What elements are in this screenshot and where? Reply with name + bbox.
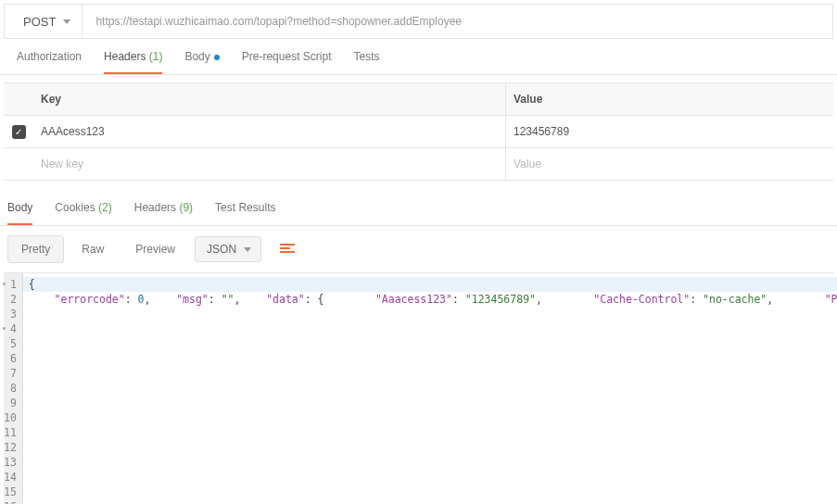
- resp-tab-headers[interactable]: Headers (9): [134, 201, 193, 225]
- resp-tab-headers-label: Headers: [134, 201, 176, 214]
- resp-tab-cookies-label: Cookies: [55, 201, 95, 214]
- line-number: 6: [4, 351, 17, 366]
- body-changed-dot-icon: [214, 55, 220, 60]
- json-value: "": [222, 293, 235, 306]
- kv-value-header: Value: [506, 83, 833, 115]
- line-number: 13: [4, 455, 17, 470]
- kv-row: ✓ AAAcess123 123456789: [4, 116, 833, 148]
- line-number: 16: [4, 499, 17, 504]
- tab-body[interactable]: Body: [184, 50, 219, 74]
- wrap-lines-icon: [280, 244, 295, 255]
- tab-tests-label: Tests: [353, 50, 379, 63]
- kv-row-checkbox-cell: ✓: [4, 116, 33, 147]
- request-tabs: Authorization Headers (1) Body Pre-reque…: [0, 39, 837, 75]
- json-value: 0: [138, 293, 145, 306]
- json-key: "errorcode": [55, 293, 125, 306]
- kv-newkey-input[interactable]: New key: [33, 148, 506, 180]
- format-raw-button[interactable]: Raw: [68, 235, 118, 263]
- response-tabs: Body Cookies (2) Headers (9) Test Result…: [0, 188, 837, 226]
- line-number: 14: [4, 470, 17, 485]
- json-key: "data": [266, 293, 305, 306]
- tab-tests[interactable]: Tests: [353, 50, 379, 74]
- tab-headers-count: (1): [149, 50, 163, 63]
- kv-row-checkbox[interactable]: ✓: [12, 125, 26, 139]
- format-bar: Pretty Raw Preview JSON: [0, 226, 837, 272]
- kv-key-header: Key: [33, 83, 506, 115]
- format-preview-button[interactable]: Preview: [121, 235, 189, 263]
- kv-newvalue-input[interactable]: Value: [506, 148, 833, 180]
- url-text: https://testapi.wuzhicaimao.com/topapi?m…: [95, 15, 462, 28]
- request-bar: POST https://testapi.wuzhicaimao.com/top…: [4, 4, 833, 39]
- kv-key-input[interactable]: AAAcess123: [33, 116, 506, 147]
- resp-tab-body-label: Body: [7, 201, 32, 214]
- resp-tab-body[interactable]: Body: [7, 201, 32, 225]
- method-select[interactable]: POST: [5, 5, 82, 38]
- kv-row-new: New key Value: [4, 148, 833, 181]
- format-type-select[interactable]: JSON: [195, 236, 261, 262]
- line-number: 1: [4, 277, 17, 292]
- method-label: POST: [23, 15, 56, 29]
- tab-prerequest[interactable]: Pre-request Script: [242, 50, 332, 74]
- line-number: 3: [4, 307, 17, 321]
- resp-tab-cookies[interactable]: Cookies (2): [55, 201, 111, 225]
- json-value: "no-cache": [703, 293, 767, 306]
- format-pretty-button[interactable]: Pretty: [7, 235, 64, 263]
- resp-tab-testresults[interactable]: Test Results: [215, 201, 275, 225]
- line-number: 5: [4, 336, 17, 351]
- json-key: "Postman-Token": [825, 293, 837, 306]
- tab-authorization-label: Authorization: [17, 50, 82, 63]
- tab-body-label: Body: [184, 50, 209, 63]
- json-key: "Aaacess123": [375, 293, 452, 306]
- wrap-lines-button[interactable]: [271, 237, 304, 261]
- tab-headers-label: Headers: [104, 50, 146, 63]
- kv-header-row: Key Value: [4, 82, 833, 116]
- line-number: 12: [4, 440, 17, 455]
- resp-tab-cookies-count: (2): [98, 201, 112, 214]
- code-body: { "errorcode": 0, "msg": "", "data": { "…: [23, 273, 837, 504]
- line-number: 4: [4, 321, 17, 336]
- line-number: 15: [4, 485, 17, 499]
- tab-prerequest-label: Pre-request Script: [242, 50, 332, 63]
- resp-tab-headers-count: (9): [179, 201, 193, 214]
- line-number: 10: [4, 410, 17, 425]
- line-number: 9: [4, 396, 17, 410]
- response-body-editor[interactable]: 1 2 3 4 5 6 7 8 9 10 11 12 13 14 15 16 1…: [4, 272, 833, 504]
- tab-authorization[interactable]: Authorization: [17, 50, 82, 74]
- resp-tab-testresults-label: Test Results: [215, 201, 275, 214]
- line-number: 7: [4, 366, 17, 381]
- format-type-label: JSON: [207, 243, 236, 256]
- kv-new-spacer: [4, 148, 33, 180]
- line-gutter: 1 2 3 4 5 6 7 8 9 10 11 12 13 14 15 16 1…: [4, 273, 23, 504]
- json-key: "Cache-Control": [593, 293, 690, 306]
- json-value: "123456789": [465, 293, 536, 306]
- line-number: 8: [4, 381, 17, 396]
- line-number: 11: [4, 425, 17, 440]
- kv-value-input[interactable]: 123456789: [506, 116, 833, 147]
- json-key: "msg": [176, 293, 209, 306]
- tab-headers[interactable]: Headers (1): [104, 50, 162, 74]
- line-number: 2: [4, 292, 17, 307]
- kv-check-spacer: [4, 83, 33, 115]
- url-input[interactable]: https://testapi.wuzhicaimao.com/topapi?m…: [82, 5, 832, 38]
